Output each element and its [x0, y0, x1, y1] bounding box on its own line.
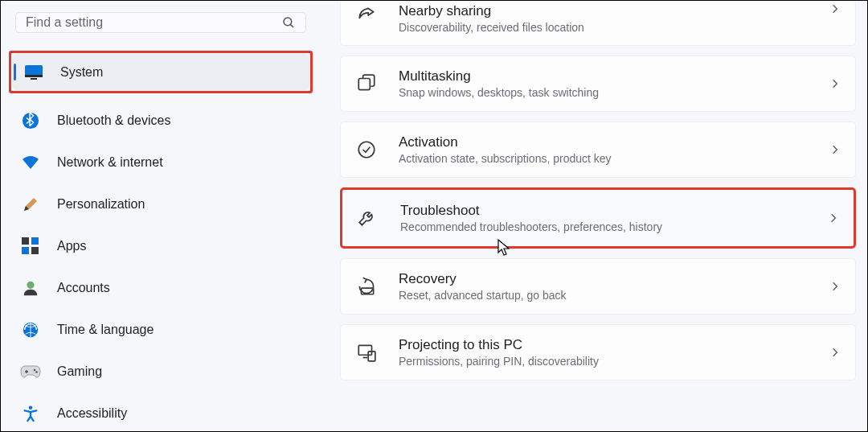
- card-desc: Activation state, subscriptions, product…: [399, 152, 809, 165]
- nav-label: Personalization: [57, 197, 145, 212]
- multitask-icon: [355, 72, 378, 95]
- nav-label: Network & internet: [57, 155, 163, 170]
- apps-icon: [20, 236, 41, 257]
- highlight-system: System: [9, 51, 313, 93]
- nav-label: Apps: [57, 239, 86, 253]
- card-title: Projecting to this PC: [399, 337, 809, 353]
- troubleshoot-icon: [357, 207, 379, 229]
- card-title: Activation: [399, 134, 809, 150]
- main-content: Nearby sharing Discoverability, received…: [321, 1, 867, 431]
- nav-list: System Bluetooth & devices Network & int…: [9, 51, 313, 431]
- nav-item-gaming[interactable]: Gaming: [9, 353, 313, 389]
- nav-item-apps[interactable]: Apps: [9, 228, 313, 264]
- nav-item-system[interactable]: System: [12, 54, 309, 90]
- card-title: Recovery: [399, 271, 809, 287]
- chevron-right-icon: [829, 347, 841, 358]
- svg-point-13: [35, 371, 38, 373]
- mouse-cursor: [497, 239, 512, 257]
- nav-label: Accessibility: [57, 406, 127, 421]
- svg-rect-7: [31, 237, 39, 245]
- projecting-icon: [355, 341, 378, 364]
- system-icon: [23, 62, 44, 83]
- search-input[interactable]: [26, 15, 281, 30]
- card-desc: Permissions, pairing PIN, discoverabilit…: [399, 355, 809, 368]
- svg-point-16: [358, 142, 375, 158]
- recovery-icon: [355, 275, 378, 298]
- nav-item-network[interactable]: Network & internet: [9, 144, 313, 180]
- chevron-right-icon: [829, 78, 841, 89]
- svg-rect-9: [31, 247, 39, 254]
- search-box[interactable]: [15, 12, 306, 33]
- nav-item-personalization[interactable]: Personalization: [9, 186, 313, 222]
- card-desc: Recommended troubleshooters, preferences…: [400, 220, 807, 233]
- nav-item-accessibility[interactable]: Accessibility: [9, 395, 313, 431]
- svg-point-10: [27, 281, 34, 288]
- chevron-right-icon: [829, 144, 841, 155]
- card-desc: Discoverability, received files location: [399, 21, 809, 34]
- card-recovery[interactable]: Recovery Reset, advanced startup, go bac…: [340, 258, 856, 315]
- gaming-icon: [20, 361, 41, 382]
- svg-rect-4: [31, 78, 37, 80]
- card-title: Nearby sharing: [399, 3, 809, 19]
- nav-item-time[interactable]: Time & language: [9, 311, 313, 348]
- activation-icon: [355, 138, 378, 161]
- accessibility-icon: [20, 403, 41, 424]
- highlight-troubleshoot: Troubleshoot Recommended troubleshooters…: [340, 187, 856, 249]
- nav-item-bluetooth[interactable]: Bluetooth & devices: [9, 102, 313, 138]
- nav-label: Bluetooth & devices: [57, 113, 170, 128]
- svg-point-0: [284, 18, 292, 26]
- sidebar: System Bluetooth & devices Network & int…: [1, 1, 321, 431]
- chevron-right-icon: [829, 3, 841, 14]
- svg-rect-8: [22, 247, 29, 254]
- card-title: Troubleshoot: [400, 203, 807, 219]
- card-desc: Reset, advanced startup, go back: [399, 289, 809, 302]
- share-icon: [355, 3, 378, 26]
- nav-item-accounts[interactable]: Accounts: [9, 269, 313, 306]
- svg-point-12: [34, 368, 36, 371]
- nav-label: Time & language: [57, 323, 154, 337]
- nav-label: Accounts: [57, 281, 110, 295]
- search-icon: [281, 15, 296, 30]
- svg-rect-6: [22, 237, 29, 245]
- chevron-right-icon: [829, 281, 841, 292]
- card-activation[interactable]: Activation Activation state, subscriptio…: [340, 121, 856, 178]
- card-title: Multitasking: [399, 68, 809, 84]
- card-multitasking[interactable]: Multitasking Snap windows, desktops, tas…: [340, 56, 856, 112]
- svg-rect-18: [358, 345, 371, 355]
- nav-label: System: [60, 65, 103, 80]
- svg-rect-3: [25, 75, 43, 77]
- card-troubleshoot[interactable]: Troubleshoot Recommended troubleshooters…: [342, 190, 854, 246]
- svg-point-5: [23, 112, 39, 128]
- personalization-icon: [20, 194, 41, 215]
- bluetooth-icon: [20, 110, 41, 131]
- svg-rect-15: [358, 79, 370, 90]
- card-projecting[interactable]: Projecting to this PC Permissions, pairi…: [340, 324, 856, 381]
- accounts-icon: [20, 278, 41, 298]
- svg-line-1: [290, 24, 293, 27]
- card-desc: Snap windows, desktops, task switching: [399, 86, 809, 99]
- card-nearby-sharing[interactable]: Nearby sharing Discoverability, received…: [340, 1, 856, 46]
- time-icon: [20, 319, 41, 340]
- network-icon: [20, 152, 41, 173]
- nav-label: Gaming: [57, 364, 102, 379]
- svg-point-14: [29, 405, 33, 409]
- chevron-right-icon: [828, 212, 839, 224]
